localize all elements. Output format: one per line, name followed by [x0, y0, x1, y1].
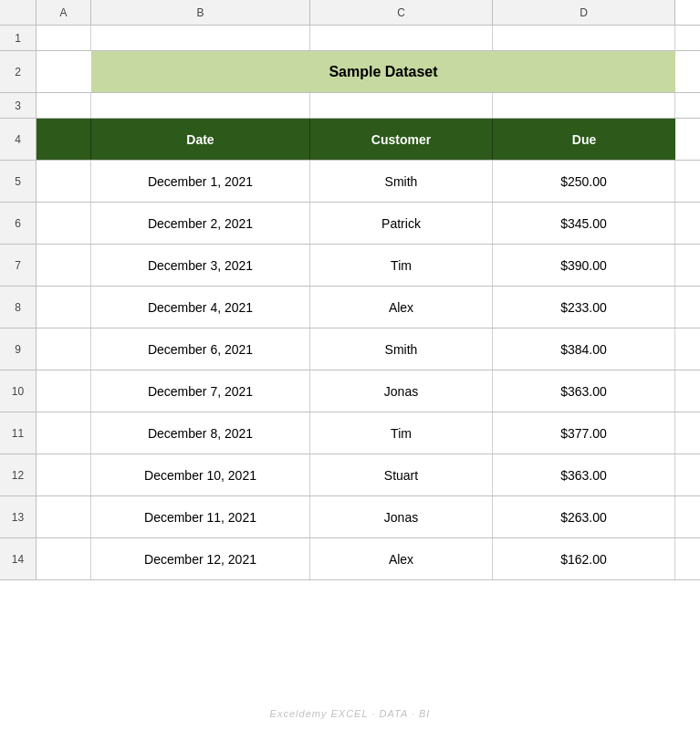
cell-customer-6: Tim [310, 412, 493, 454]
cell-customer-4: Smith [310, 328, 493, 370]
row-num-4: 4 [0, 119, 37, 160]
table-row: 5 December 1, 2021 Smith $250.00 [0, 161, 700, 203]
header-date: Date [91, 119, 310, 160]
row-num-14: 14 [0, 538, 37, 579]
row-num-6: 6 [0, 203, 37, 244]
header-customer: Customer [310, 119, 493, 160]
cell-1b [91, 26, 310, 50]
row-num-10: 10 [0, 370, 37, 412]
spreadsheet: A B C D 1 2 Sample Dataset 3 4 Date Cust… [0, 0, 700, 730]
cell-customer-1: Patrick [310, 203, 493, 244]
cell-due-0: $250.00 [493, 161, 675, 202]
cell-date-9: December 12, 2021 [91, 538, 310, 579]
table-row: 6 December 2, 2021 Patrick $345.00 [0, 203, 700, 245]
cell-due-9: $162.00 [493, 538, 675, 579]
cell-customer-0: Smith [310, 161, 493, 202]
title-cell: Sample Dataset [91, 51, 675, 92]
cell-date-0: December 1, 2021 [91, 161, 310, 202]
row-num-1: 1 [0, 26, 37, 50]
row-num-5: 5 [0, 161, 37, 202]
cell-9a [37, 328, 91, 370]
cell-1a [37, 26, 91, 50]
cell-date-4: December 6, 2021 [91, 328, 310, 370]
row-num-8: 8 [0, 287, 37, 328]
table-row: 10 December 7, 2021 Jonas $363.00 [0, 370, 700, 412]
column-headers: A B C D [0, 0, 700, 26]
table-row: 14 December 12, 2021 Alex $162.00 [0, 538, 700, 580]
cell-customer-5: Jonas [310, 370, 493, 412]
cell-8a [37, 287, 91, 328]
row-num-11: 11 [0, 412, 37, 454]
cell-customer-8: Jonas [310, 496, 493, 537]
row-1: 1 [0, 26, 700, 51]
cell-due-6: $377.00 [493, 412, 675, 454]
cell-due-8: $263.00 [493, 496, 675, 537]
row-num-9: 9 [0, 328, 37, 370]
cell-3a [37, 93, 91, 118]
cell-2a [37, 51, 91, 92]
cell-date-5: December 7, 2021 [91, 370, 310, 412]
cell-date-7: December 10, 2021 [91, 454, 310, 495]
cell-due-1: $345.00 [493, 203, 675, 244]
cell-6a [37, 203, 91, 244]
cell-1c [310, 26, 493, 50]
row-num-13: 13 [0, 496, 37, 537]
cell-10a [37, 370, 91, 412]
cell-13a [37, 496, 91, 537]
watermark: Exceldemy EXCEL · DATA · BI [270, 708, 431, 719]
cell-3c [310, 93, 493, 118]
col-header-c: C [310, 0, 493, 25]
row-2: 2 Sample Dataset [0, 51, 700, 93]
table-row: 11 December 8, 2021 Tim $377.00 [0, 412, 700, 454]
row-4-headers: 4 Date Customer Due [0, 119, 700, 161]
corner-cell [0, 0, 37, 25]
cell-12a [37, 454, 91, 495]
cell-1d [493, 26, 675, 50]
row-3: 3 [0, 93, 700, 119]
cell-14a [37, 538, 91, 579]
cell-4a [37, 119, 91, 160]
cell-customer-7: Stuart [310, 454, 493, 495]
cell-3b [91, 93, 310, 118]
cell-due-4: $384.00 [493, 328, 675, 370]
col-header-a: A [37, 0, 91, 25]
table-row: 7 December 3, 2021 Tim $390.00 [0, 245, 700, 287]
cell-customer-9: Alex [310, 538, 493, 579]
row-num-7: 7 [0, 245, 37, 286]
cell-date-8: December 11, 2021 [91, 496, 310, 537]
cell-5a [37, 161, 91, 202]
row-num-3: 3 [0, 93, 37, 118]
cell-date-6: December 8, 2021 [91, 412, 310, 454]
col-header-b: B [91, 0, 310, 25]
table-row: 12 December 10, 2021 Stuart $363.00 [0, 454, 700, 496]
data-rows: 5 December 1, 2021 Smith $250.00 6 Decem… [0, 161, 700, 580]
cell-customer-3: Alex [310, 287, 493, 328]
table-row: 13 December 11, 2021 Jonas $263.00 [0, 496, 700, 538]
table-row: 9 December 6, 2021 Smith $384.00 [0, 328, 700, 370]
cell-3d [493, 93, 675, 118]
cell-date-3: December 4, 2021 [91, 287, 310, 328]
row-num-12: 12 [0, 454, 37, 495]
cell-due-5: $363.00 [493, 370, 675, 412]
header-due: Due [493, 119, 675, 160]
cell-11a [37, 412, 91, 454]
row-num-2: 2 [0, 51, 37, 92]
cell-customer-2: Tim [310, 245, 493, 286]
cell-due-2: $390.00 [493, 245, 675, 286]
table-row: 8 December 4, 2021 Alex $233.00 [0, 287, 700, 328]
cell-date-2: December 3, 2021 [91, 245, 310, 286]
cell-due-3: $233.00 [493, 287, 675, 328]
cell-7a [37, 245, 91, 286]
cell-date-1: December 2, 2021 [91, 203, 310, 244]
col-header-d: D [493, 0, 675, 25]
cell-due-7: $363.00 [493, 454, 675, 495]
